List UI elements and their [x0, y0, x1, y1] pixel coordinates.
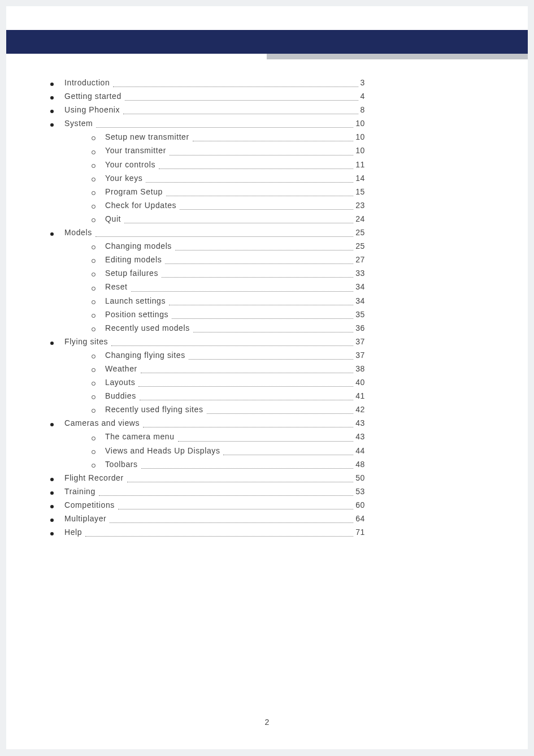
toc-entry-label: Competitions — [64, 498, 118, 512]
toc-entry[interactable]: Toolbars48 — [60, 457, 365, 471]
toc-entry-page: 15 — [353, 185, 365, 198]
toc-entry-page: 34 — [353, 294, 365, 308]
toc-entry-label: Setup new transmitter — [105, 130, 193, 144]
bullet-circle-icon — [92, 300, 95, 304]
toc-leader — [111, 345, 353, 346]
toc-leader — [180, 209, 353, 210]
bullet-circle-icon — [92, 150, 95, 154]
toc-entry[interactable]: Flying sites37 — [60, 335, 365, 348]
toc-entry[interactable]: The camera menu43 — [60, 430, 365, 443]
toc-entry-label: Flying sites — [64, 335, 111, 348]
toc-entry[interactable]: Training53 — [60, 485, 365, 498]
toc-entry-label: Getting started — [64, 89, 125, 103]
toc-entry[interactable]: Changing flying sites37 — [60, 348, 365, 362]
toc-leader — [124, 223, 353, 223]
toc-entry-page: 64 — [353, 512, 365, 525]
toc-entry[interactable]: Recently used flying sites42 — [60, 403, 365, 416]
toc-entry[interactable]: Your keys14 — [60, 171, 365, 185]
toc-leader — [131, 291, 354, 292]
toc-entry[interactable]: Competitions60 — [60, 498, 365, 512]
toc-entry[interactable]: Introduction3 — [60, 76, 365, 89]
bullet-circle-icon — [92, 409, 95, 413]
toc-entry-label: Buddies — [105, 389, 140, 403]
bullet-disc-icon — [50, 532, 54, 535]
toc-entry-page: 50 — [353, 471, 365, 485]
toc-entry-page: 11 — [353, 158, 365, 171]
toc-entry-label: Setup failures — [105, 266, 162, 280]
toc-entry-label: Multiplayer — [64, 512, 110, 525]
bullet-circle-icon — [92, 437, 95, 440]
toc-entry[interactable]: Models25 — [60, 226, 365, 239]
toc-leader — [193, 332, 353, 332]
page-number: 2 — [6, 718, 528, 727]
toc-entry[interactable]: Setup failures33 — [60, 266, 365, 280]
toc-entry-page: 10 — [353, 144, 365, 157]
toc-entry-label: Toolbars — [105, 457, 141, 471]
toc-leader — [159, 169, 353, 169]
toc-entry[interactable]: Setup new transmitter10 — [60, 130, 365, 144]
toc-entry-label: Your controls — [105, 158, 159, 171]
bullet-circle-icon — [92, 136, 95, 140]
toc-entry[interactable]: Editing models27 — [60, 253, 365, 266]
bullet-circle-icon — [92, 395, 95, 399]
toc-entry-label: Your transmitter — [105, 144, 170, 157]
toc-entry-label: Recently used models — [105, 321, 193, 335]
toc-entry-label: Layouts — [105, 375, 138, 389]
toc-entry[interactable]: Your controls11 — [60, 158, 365, 171]
bullet-circle-icon — [92, 218, 95, 222]
toc-entry-page: 27 — [353, 253, 365, 266]
toc-entry[interactable]: System10 — [60, 116, 365, 130]
toc-entry[interactable]: Flight Recorder50 — [60, 471, 365, 485]
bullet-disc-icon — [50, 110, 54, 113]
bullet-circle-icon — [92, 191, 95, 195]
bullet-disc-icon — [50, 232, 54, 236]
toc-entry[interactable]: Layouts40 — [60, 375, 365, 389]
toc-entry[interactable]: Buddies41 — [60, 389, 365, 403]
toc-entry[interactable]: Views and Heads Up Displays44 — [60, 444, 365, 457]
toc-entry[interactable]: Position settings35 — [60, 308, 365, 321]
toc-entry-page: 37 — [353, 348, 365, 362]
table-of-contents: Introduction3Getting started4Using Phoen… — [60, 76, 365, 539]
toc-entry-label: Using Phoenix — [64, 103, 123, 116]
toc-entry[interactable]: Quit24 — [60, 212, 365, 226]
toc-entry[interactable]: Using Phoenix8 — [60, 103, 365, 116]
bullet-circle-icon — [92, 368, 95, 372]
toc-entry-label: Models — [64, 226, 95, 239]
toc-leader — [175, 250, 353, 250]
toc-entry[interactable]: Reset34 — [60, 280, 365, 293]
toc-entry[interactable]: Check for Updates23 — [60, 198, 365, 212]
toc-entry[interactable]: Your transmitter10 — [60, 144, 365, 157]
bullet-disc-icon — [50, 505, 54, 508]
toc-entry-page: 41 — [353, 389, 365, 403]
toc-entry-label: Changing models — [105, 239, 175, 253]
toc-entry[interactable]: Cameras and views43 — [60, 416, 365, 430]
toc-entry-label: Position settings — [105, 308, 172, 321]
toc-entry[interactable]: Changing models25 — [60, 239, 365, 253]
toc-entry-page: 33 — [353, 266, 365, 280]
toc-entry-page: 36 — [353, 321, 365, 335]
toc-entry[interactable]: Program Setup15 — [60, 185, 365, 198]
toc-leader — [170, 155, 353, 155]
toc-leader — [140, 400, 353, 400]
header-band — [6, 30, 528, 54]
page-sheet: Introduction3Getting started4Using Phoen… — [6, 6, 528, 749]
bullet-circle-icon — [92, 273, 95, 277]
toc-entry-page: 53 — [353, 485, 365, 498]
toc-entry[interactable]: Weather38 — [60, 362, 365, 375]
toc-entry-page: 23 — [353, 198, 365, 212]
toc-entry[interactable]: Multiplayer64 — [60, 512, 365, 525]
toc-leader — [165, 263, 353, 264]
toc-entry[interactable]: Recently used models36 — [60, 321, 365, 335]
toc-entry[interactable]: Getting started4 — [60, 89, 365, 103]
toc-entry-page: 42 — [353, 403, 365, 416]
toc-entry-label: Recently used flying sites — [105, 403, 207, 416]
toc-leader — [113, 87, 358, 87]
bullet-circle-icon — [92, 464, 95, 468]
toc-entry-page: 4 — [358, 89, 365, 103]
toc-entry[interactable]: Launch settings34 — [60, 294, 365, 308]
toc-entry[interactable]: Help71 — [60, 525, 365, 539]
toc-entry-label: Views and Heads Up Displays — [105, 444, 223, 457]
toc-leader — [127, 482, 354, 482]
bullet-circle-icon — [92, 178, 95, 182]
toc-entry-label: Your keys — [105, 171, 146, 185]
